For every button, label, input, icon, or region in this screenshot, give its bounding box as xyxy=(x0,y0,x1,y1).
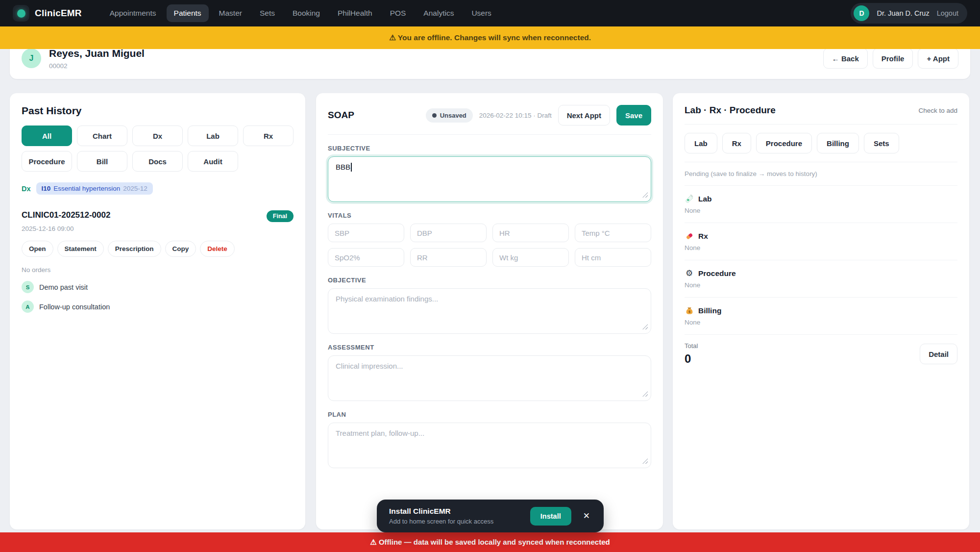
nav-item-pos[interactable]: POS xyxy=(383,4,414,22)
brand-logo[interactable]: ClinicEMR xyxy=(13,5,82,22)
soap-meta: Unsaved 2026-02-22 10:15 · Draft Next Ap… xyxy=(426,105,651,125)
orders-tabs-divider xyxy=(685,162,957,162)
filter-chart[interactable]: Chart xyxy=(77,125,127,146)
nav-item-analytics[interactable]: Analytics xyxy=(416,4,461,22)
test-tube-icon xyxy=(685,194,694,203)
soap-title: SOAP xyxy=(328,110,354,121)
nav-item-sets[interactable]: Sets xyxy=(252,4,282,22)
lab-section-title: Lab xyxy=(698,195,712,203)
capsule-icon xyxy=(685,231,694,241)
nav-item-booking[interactable]: Booking xyxy=(285,4,327,22)
tab-rx[interactable]: Rx xyxy=(722,133,751,153)
orders-title: Lab · Rx · Procedure xyxy=(685,105,776,116)
billing-section-header: $ Billing xyxy=(685,306,957,315)
tab-lab[interactable]: Lab xyxy=(685,133,717,153)
logout-button[interactable]: Logout xyxy=(937,9,958,17)
filter-dx[interactable]: Dx xyxy=(132,125,183,146)
dbp-input[interactable] xyxy=(410,224,487,242)
nav-item-patients[interactable]: Patients xyxy=(167,4,209,22)
filter-all[interactable]: All xyxy=(22,125,72,146)
note-text: Demo past visit xyxy=(39,283,88,291)
detail-button[interactable]: Detail xyxy=(920,344,957,364)
install-toast: Install ClinicEMR Add to home screen for… xyxy=(377,500,604,532)
install-toast-title: Install ClinicEMR xyxy=(389,507,521,516)
spo2-input[interactable] xyxy=(328,248,404,267)
nav-item-appointments[interactable]: Appointments xyxy=(102,4,164,22)
filter-audit[interactable]: Audit xyxy=(188,151,238,172)
note-text: Follow-up consultation xyxy=(39,303,110,311)
procedure-section-value: None xyxy=(685,281,957,289)
visit-note-assessment: A Follow-up consultation xyxy=(22,301,294,313)
soap-header-divider xyxy=(328,134,651,135)
billing-total: Total 0 xyxy=(685,342,698,366)
visit-note-subjective: S Demo past visit xyxy=(22,281,294,293)
section-divider xyxy=(685,223,957,223)
install-toast-text: Install ClinicEMR Add to home screen for… xyxy=(389,507,521,525)
patient-identity: Reyes, Juan Miguel 00002 xyxy=(49,48,145,70)
filter-rx[interactable]: Rx xyxy=(243,125,294,146)
filter-docs[interactable]: Docs xyxy=(132,151,183,172)
section-divider xyxy=(685,334,957,335)
tab-procedure[interactable]: Procedure xyxy=(756,133,812,153)
height-input[interactable] xyxy=(575,248,651,267)
rr-input[interactable] xyxy=(410,248,487,267)
temp-input[interactable] xyxy=(575,224,651,242)
diagnosis-pill[interactable]: I10 Essential hypertension 2025-12 xyxy=(36,182,153,195)
copy-visit-button[interactable]: Copy xyxy=(165,241,196,257)
hr-input[interactable] xyxy=(492,224,569,242)
weight-input[interactable] xyxy=(492,248,569,267)
sbp-input[interactable] xyxy=(328,224,404,242)
rx-section-title: Rx xyxy=(698,232,708,241)
brand-dot-icon xyxy=(13,5,29,22)
open-visit-button[interactable]: Open xyxy=(22,241,53,257)
dx-type-label: Dx xyxy=(22,185,31,193)
section-divider xyxy=(685,297,957,298)
subjective-textarea[interactable]: BBB xyxy=(328,156,651,202)
plan-textarea[interactable] xyxy=(328,423,651,468)
objective-label: OBJECTIVE xyxy=(328,276,651,284)
user-name: Dr. Juan D. Cruz xyxy=(877,9,929,17)
visit-status-badge: Final xyxy=(267,210,294,222)
plan-label: PLAN xyxy=(328,411,651,418)
offline-footer-text: ⚠ Offline — data will be saved locally a… xyxy=(370,538,610,547)
statement-button[interactable]: Statement xyxy=(57,241,104,257)
vitals-grid xyxy=(328,224,651,267)
assessment-textarea[interactable] xyxy=(328,355,651,401)
billing-section-value: None xyxy=(685,319,957,326)
close-icon[interactable]: ✕ xyxy=(580,508,593,524)
tab-sets[interactable]: Sets xyxy=(864,133,899,153)
save-button[interactable]: Save xyxy=(616,105,651,125)
section-divider xyxy=(685,185,957,186)
procedure-section-header: ⚙ Procedure xyxy=(685,269,957,278)
install-button[interactable]: Install xyxy=(530,507,571,526)
nav-item-users[interactable]: Users xyxy=(464,4,498,22)
svg-text:$: $ xyxy=(688,310,690,314)
past-history-title: Past History xyxy=(22,105,294,117)
filter-lab[interactable]: Lab xyxy=(188,125,238,146)
next-appt-button[interactable]: Next Appt xyxy=(558,105,610,125)
delete-visit-button[interactable]: Delete xyxy=(200,241,235,257)
profile-button[interactable]: Profile xyxy=(873,48,913,69)
patient-avatar: J xyxy=(22,49,41,68)
past-history-panel: Past History All Chart Dx Lab Rx Procedu… xyxy=(10,93,305,529)
soap-datetime: 2026-02-22 10:15 · Draft xyxy=(479,112,552,119)
prescription-button[interactable]: Prescription xyxy=(108,241,161,257)
filter-bill[interactable]: Bill xyxy=(77,151,127,172)
nav-item-master[interactable]: Master xyxy=(212,4,249,22)
objective-textarea[interactable] xyxy=(328,288,651,334)
add-appt-button[interactable]: + Appt xyxy=(918,48,958,69)
vitals-label: VITALS xyxy=(328,212,651,219)
patient-name: Reyes, Juan Miguel xyxy=(49,48,145,59)
gear-icon: ⚙ xyxy=(685,269,694,278)
top-nav: ClinicEMR Appointments Patients Master S… xyxy=(0,0,980,26)
user-menu[interactable]: D Dr. Juan D. Cruz Logout xyxy=(851,3,967,24)
offline-banner-text: ⚠ You are offline. Changes will sync whe… xyxy=(389,33,591,42)
filter-procedure[interactable]: Procedure xyxy=(22,151,72,172)
text-caret xyxy=(351,163,352,172)
app-root: ClinicEMR Appointments Patients Master S… xyxy=(0,0,980,552)
billing-section-title: Billing xyxy=(698,306,721,315)
back-button[interactable]: ← Back xyxy=(823,48,868,69)
tab-billing[interactable]: Billing xyxy=(817,133,859,153)
nav-item-philhealth[interactable]: PhilHealth xyxy=(330,4,380,22)
subjective-label: SUBJECTIVE xyxy=(328,145,651,152)
